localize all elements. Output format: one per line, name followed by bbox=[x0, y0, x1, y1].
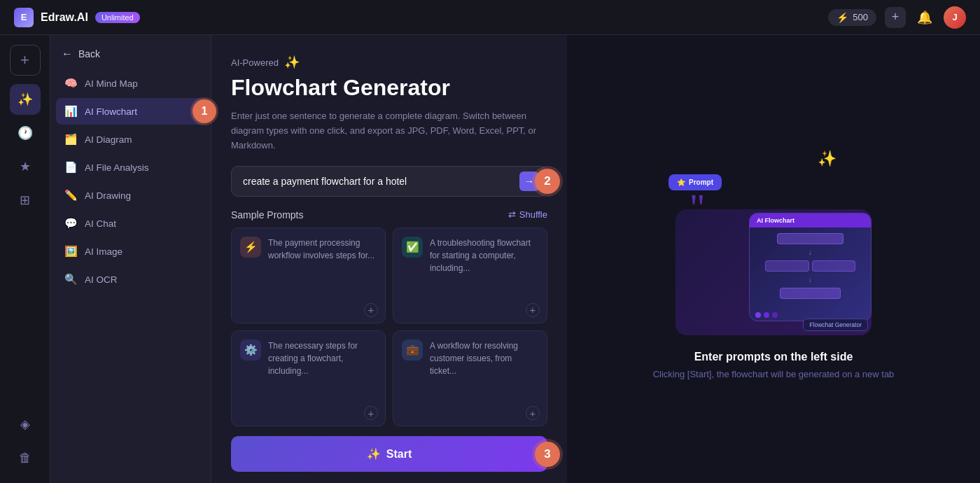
icon-bar-favorites[interactable]: ★ bbox=[10, 151, 41, 182]
ai-file-analysis-icon: 📄 bbox=[64, 161, 78, 174]
prompt-card-1-text: The payment processing workflow involves… bbox=[268, 237, 377, 262]
sidebar-item-ai-flowchart[interactable]: 📊 AI Flowchart 1 bbox=[56, 98, 205, 125]
sidebar-item-ai-diagram[interactable]: 🗂️ AI Diagram bbox=[56, 126, 205, 153]
ai-powered-label: AI-Powered ✨ bbox=[231, 55, 547, 70]
step-2-badge: 2 bbox=[535, 169, 560, 194]
sidebar: ← Back 🧠 AI Mind Map 📊 AI Flowchart 1 🗂️… bbox=[50, 35, 211, 483]
page-title: Flowchart Generator bbox=[231, 74, 547, 101]
prompt-card-1-icon: ⚡ bbox=[240, 237, 261, 258]
icon-bar-ai[interactable]: ✨ bbox=[10, 84, 41, 115]
right-panel-title: Enter prompts on the left side bbox=[694, 351, 853, 363]
sample-prompts-header: Sample Prompts ⇄ Shuffle bbox=[231, 209, 547, 220]
ai-ocr-label: AI OCR bbox=[85, 274, 118, 285]
prompt-input[interactable] bbox=[231, 166, 547, 197]
illustration: AI Flowchart ↓ ↓ bbox=[654, 139, 892, 335]
add-credits-button[interactable]: + bbox=[885, 7, 906, 28]
icon-bar-add[interactable]: + bbox=[10, 45, 41, 76]
ai-chat-icon: 💬 bbox=[64, 217, 78, 230]
step-3-badge: 3 bbox=[535, 442, 560, 467]
ai-file-analysis-label: AI File Analysis bbox=[85, 162, 149, 173]
illus-sparkle: ✨ bbox=[818, 150, 836, 168]
start-button-wrapper: ✨ Start 3 bbox=[231, 436, 547, 472]
ai-flowchart-label: AI Flowchart bbox=[85, 106, 137, 117]
header-right: ⚡ 500 + 🔔 J bbox=[828, 6, 966, 29]
notifications-button[interactable]: 🔔 bbox=[914, 7, 935, 28]
sidebar-item-ai-drawing[interactable]: ✏️ AI Drawing bbox=[56, 182, 205, 209]
prompt-card-4-text: A workflow for resolving customer issues… bbox=[430, 340, 538, 377]
icon-bar-history[interactable]: 🕐 bbox=[10, 118, 41, 148]
back-arrow-icon: ← bbox=[62, 48, 73, 60]
credits-display[interactable]: ⚡ 500 bbox=[828, 9, 876, 26]
shuffle-icon: ⇄ bbox=[508, 209, 516, 220]
illus-quote: " bbox=[690, 188, 705, 227]
right-panel-desc: Clicking [Start], the flowchart will be … bbox=[653, 369, 895, 379]
ai-mind-map-icon: 🧠 bbox=[64, 77, 78, 90]
unlimited-badge: Unlimited bbox=[95, 12, 140, 23]
sidebar-item-ai-file-analysis[interactable]: 📄 AI File Analysis bbox=[56, 154, 205, 181]
avatar[interactable]: J bbox=[944, 6, 966, 29]
prompt-card-1[interactable]: ⚡ The payment processing workflow involv… bbox=[231, 227, 386, 323]
sample-prompts-title: Sample Prompts bbox=[231, 209, 303, 220]
prompt-card-1-add[interactable]: + bbox=[364, 303, 378, 317]
back-button[interactable]: ← Back bbox=[50, 35, 211, 70]
ai-image-label: AI Image bbox=[85, 246, 122, 257]
ai-powered-text: AI-Powered bbox=[231, 57, 279, 68]
sidebar-item-ai-chat[interactable]: 💬 AI Chat bbox=[56, 210, 205, 237]
illus-card-header: AI Flowchart bbox=[750, 214, 871, 227]
prompt-card-2-add[interactable]: + bbox=[526, 303, 540, 317]
sidebar-item-ai-image[interactable]: 🖼️ AI Image bbox=[56, 238, 205, 265]
illus-node-bot bbox=[780, 288, 840, 299]
illus-node-mid-r bbox=[812, 260, 856, 272]
lightning-icon: ⚡ bbox=[836, 12, 848, 23]
sidebar-menu: 🧠 AI Mind Map 📊 AI Flowchart 1 🗂️ AI Dia… bbox=[50, 70, 211, 293]
credits-value: 500 bbox=[853, 12, 868, 22]
ai-ocr-icon: 🔍 bbox=[64, 273, 78, 286]
start-label: Start bbox=[386, 448, 412, 461]
shuffle-button[interactable]: ⇄ Shuffle bbox=[508, 209, 547, 220]
header-brand: E Edraw.AI Unlimited bbox=[14, 8, 140, 27]
brand-logo: E bbox=[14, 8, 34, 27]
prompt-card-3-add[interactable]: + bbox=[364, 406, 378, 420]
step-1-badge: 1 bbox=[192, 99, 216, 123]
illus-node-top bbox=[777, 233, 843, 244]
ai-chat-label: AI Chat bbox=[85, 218, 116, 229]
ai-drawing-label: AI Drawing bbox=[85, 190, 131, 201]
prompt-card-4-add[interactable]: + bbox=[526, 406, 540, 420]
illus-main-card: AI Flowchart ↓ ↓ bbox=[749, 213, 872, 321]
ai-drawing-icon: ✏️ bbox=[64, 189, 78, 202]
shuffle-label: Shuffle bbox=[519, 209, 547, 220]
ai-diagram-icon: 🗂️ bbox=[64, 133, 78, 146]
ai-diagram-label: AI Diagram bbox=[85, 134, 132, 145]
brand-name: Edraw.AI bbox=[41, 11, 88, 24]
ai-flowchart-icon: 📊 bbox=[64, 105, 78, 118]
start-button[interactable]: ✨ Start bbox=[231, 436, 547, 472]
icon-bar-templates[interactable]: ⊞ bbox=[10, 185, 41, 216]
icon-bar: + ✨ 🕐 ★ ⊞ ◈ 🗑 bbox=[0, 35, 50, 483]
icon-bar-assets[interactable]: ◈ bbox=[10, 409, 41, 440]
illus-gen-badge: Flowchat Generator bbox=[803, 318, 868, 331]
prompt-card-3-icon: ⚙️ bbox=[240, 340, 261, 360]
illus-node-mid-l bbox=[765, 260, 809, 272]
prompt-card-3[interactable]: ⚙️ The necessary steps for creating a fl… bbox=[231, 330, 386, 426]
prompts-grid: ⚡ The payment processing workflow involv… bbox=[231, 227, 547, 426]
prompt-card-2[interactable]: ✅ A troubleshooting flowchart for starti… bbox=[393, 227, 547, 323]
prompt-card-2-text: A troubleshooting flowchart for starting… bbox=[430, 237, 538, 274]
ai-mind-map-label: AI Mind Map bbox=[85, 78, 138, 89]
prompt-card-4[interactable]: 💼 A workflow for resolving customer issu… bbox=[393, 330, 547, 426]
sidebar-item-ai-ocr[interactable]: 🔍 AI OCR bbox=[56, 266, 205, 293]
sidebar-item-ai-mind-map[interactable]: 🧠 AI Mind Map bbox=[56, 70, 205, 97]
icon-bar-trash[interactable]: 🗑 bbox=[10, 442, 41, 473]
left-panel: AI-Powered ✨ Flowchart Generator Enter j… bbox=[211, 35, 567, 483]
main-content: AI-Powered ✨ Flowchart Generator Enter j… bbox=[211, 35, 980, 483]
prompt-card-3-text: The necessary steps for creating a flowc… bbox=[268, 340, 377, 377]
back-label: Back bbox=[78, 48, 100, 59]
prompt-card-2-icon: ✅ bbox=[402, 237, 423, 258]
ai-image-icon: 🖼️ bbox=[64, 245, 78, 258]
right-panel: AI Flowchart ↓ ↓ bbox=[567, 35, 980, 483]
page-description: Enter just one sentence to generate a co… bbox=[231, 109, 547, 153]
prompt-input-wrapper: → 2 bbox=[231, 166, 547, 197]
prompt-card-4-icon: 💼 bbox=[402, 340, 423, 360]
start-sparkle-icon: ✨ bbox=[367, 447, 381, 461]
sparkle-icon: ✨ bbox=[284, 55, 300, 70]
